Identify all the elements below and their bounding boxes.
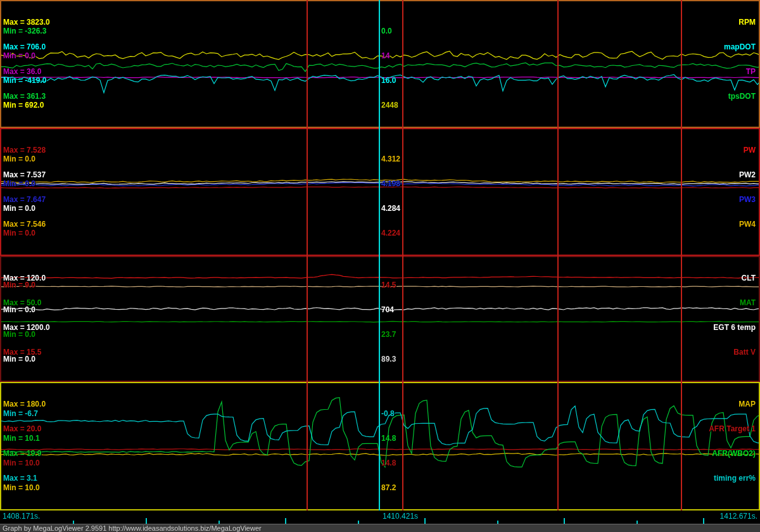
cursor-value: 2448 bbox=[381, 101, 398, 110]
panel-pw-min-values: Min = 0.0 Min = 0.0 Min = 0.0 Min = 0.0 bbox=[3, 139, 35, 254]
min-value: Min = 10.1 bbox=[3, 434, 40, 443]
min-value: Min = 0.0 bbox=[3, 306, 35, 314]
cursor-value: 4.284 bbox=[381, 205, 400, 213]
min-value: Min = -326.3 bbox=[3, 27, 46, 35]
panel-temps-legend: CLT MAT EGT 6 temp Batt V bbox=[713, 258, 756, 373]
status-bar-text: Graph by MegaLogViewer 2.9591 http://www… bbox=[0, 524, 760, 532]
legend-label: PW bbox=[739, 146, 756, 155]
panel-temps-cursor-values: 14.5 704 23.7 89.3 bbox=[381, 265, 396, 380]
time-axis-end-label: 1412.671s. bbox=[720, 512, 757, 521]
panel-temps-min-values: Min = 9.0 Min = 0.0 Min = 0.0 Min = 0.0 bbox=[3, 265, 35, 380]
cursor-value: 16.0 bbox=[381, 77, 398, 85]
status-bar: Graph by MegaLogViewer 2.9591 http://www… bbox=[0, 524, 760, 532]
min-value: Min = 0.0 bbox=[3, 52, 46, 60]
cursor-value: 14.8 bbox=[381, 459, 396, 467]
graph-panel-rpm: Max = 3823.0 Max = 706.0 Max = 36.0 Max … bbox=[0, 0, 760, 128]
legend-label: mapDOT bbox=[724, 43, 756, 51]
legend-label: Batt V bbox=[713, 348, 756, 357]
legend-label: PW3 bbox=[739, 196, 756, 204]
panel-afr-cursor-values: -0.8 14.8 14.8 87.2 bbox=[381, 393, 396, 509]
panel-rpm-cursor-values: 0.0 14 16.0 2448 bbox=[381, 11, 398, 126]
cursor-value: 4.198 bbox=[381, 180, 400, 188]
megalogviewer-graph-window: Max = 3823.0 Max = 706.0 Max = 36.0 Max … bbox=[0, 0, 760, 532]
min-value: Min = 0.0 bbox=[3, 331, 35, 339]
panel-afr-plot[interactable] bbox=[1, 383, 759, 509]
min-value: Min = 0.0 bbox=[3, 205, 35, 213]
min-value: Min = -6.7 bbox=[3, 410, 40, 418]
min-value: Min = 10.0 bbox=[3, 459, 40, 467]
cursor-value: 0.0 bbox=[381, 27, 398, 35]
legend-label: tpsDOT bbox=[724, 92, 756, 101]
cursor-line[interactable] bbox=[379, 0, 380, 524]
panel-pw-legend: PW PW2 PW3 PW4 bbox=[739, 130, 756, 245]
time-tick bbox=[285, 518, 286, 524]
min-value: Min = -419.0 bbox=[3, 77, 46, 85]
time-tick bbox=[564, 518, 565, 524]
cursor-value: 14.8 bbox=[381, 434, 396, 443]
legend-label: PW4 bbox=[739, 220, 756, 229]
panel-temps-plot[interactable] bbox=[1, 257, 759, 381]
cursor-value: 4.224 bbox=[381, 229, 400, 238]
legend-label: RPM bbox=[724, 18, 756, 27]
min-value: Min = 0.0 bbox=[3, 180, 35, 188]
panel-pw-plot[interactable] bbox=[1, 129, 759, 255]
cursor-value: 14 bbox=[381, 52, 398, 60]
panel-rpm-legend: RPM mapDOT TP tpsDOT bbox=[724, 2, 756, 117]
legend-label: PW2 bbox=[739, 171, 756, 179]
time-axis-start-label: 1408.171s. bbox=[3, 512, 40, 521]
legend-label: EGT 6 temp bbox=[713, 324, 756, 332]
cursor-value: 4.312 bbox=[381, 155, 400, 163]
min-value: Min = 692.0 bbox=[3, 101, 46, 110]
legend-label: TP bbox=[724, 68, 756, 76]
time-tick bbox=[424, 518, 426, 524]
time-axis-cursor-label: 1410.421s bbox=[383, 512, 418, 521]
cursor-value: 89.3 bbox=[381, 355, 396, 364]
time-axis: 1408.171s. 1410.421s 1412.671s. bbox=[0, 510, 760, 524]
legend-label: CLT bbox=[713, 274, 756, 282]
panel-rpm-plot[interactable] bbox=[1, 1, 759, 127]
panel-afr-legend: MAP AFR Target 1 AFR(WBO2) timing err% bbox=[709, 384, 756, 499]
graph-panel-temps: Max = 120.0 Max = 50.0 Max = 1200.0 Max … bbox=[0, 256, 760, 382]
legend-label: MAT bbox=[713, 299, 756, 307]
legend-label: AFR(WBO2) bbox=[709, 450, 756, 458]
min-value: Min = 0.0 bbox=[3, 229, 35, 238]
time-tick bbox=[703, 518, 704, 524]
legend-label: MAP bbox=[709, 400, 756, 408]
min-value: Min = 0.0 bbox=[3, 155, 35, 163]
legend-label: AFR Target 1 bbox=[709, 425, 756, 433]
legend-label: timing err% bbox=[709, 474, 756, 483]
cursor-value: 87.2 bbox=[381, 484, 396, 492]
min-value: Min = 9.0 bbox=[3, 281, 35, 289]
cursor-value: 704 bbox=[381, 306, 396, 314]
cursor-value: 14.5 bbox=[381, 281, 396, 289]
time-tick bbox=[146, 518, 147, 524]
panel-afr-min-values: Min = -6.7 Min = 10.1 Min = 10.0 Min = 1… bbox=[3, 393, 40, 509]
cursor-value: -0.8 bbox=[381, 410, 396, 418]
graph-panel-afr: Max = 180.0 Max = 20.0 Max = 19.9 Max = … bbox=[0, 382, 760, 510]
cursor-value: 23.7 bbox=[381, 331, 396, 339]
min-value: Min = 0.0 bbox=[3, 355, 35, 364]
panel-rpm-min-values: Min = -326.3 Min = 0.0 Min = -419.0 Min … bbox=[3, 11, 46, 126]
panel-pw-cursor-values: 4.312 4.198 4.284 4.224 bbox=[381, 139, 400, 254]
min-value: Min = 10.0 bbox=[3, 484, 40, 492]
graph-panel-pw: Max = 7.528 Max = 7.537 Max = 7.647 Max … bbox=[0, 128, 760, 256]
